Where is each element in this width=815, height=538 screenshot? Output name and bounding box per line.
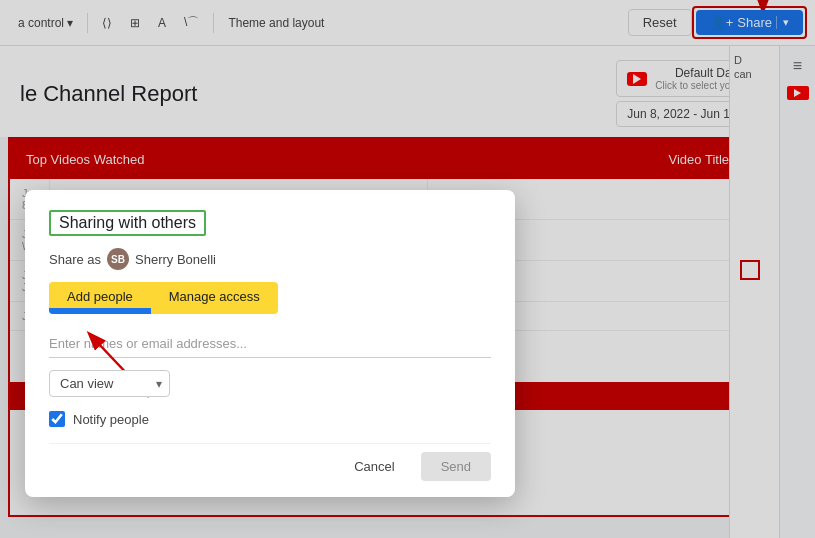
cancel-button[interactable]: Cancel [338,452,410,481]
permission-select-wrapper: Can view Can edit Can comment [49,370,170,397]
email-input-row [49,330,491,358]
tabs-area: Add people Manage access [49,282,278,314]
user-avatar: SB [107,248,129,270]
notify-label: Notify people [73,412,149,427]
dialog-tabs: Add people Manage access [49,282,278,314]
notify-checkbox[interactable] [49,411,65,427]
dialog-title: Sharing with others [49,210,206,236]
tab-add-people[interactable]: Add people [49,282,151,314]
permission-row: Can view Can edit Can comment [49,370,491,397]
share-dialog: Sharing with others Share as SB Sherry B… [25,190,515,497]
dialog-footer: Cancel Send [49,443,491,481]
email-input[interactable] [49,330,491,358]
user-name: Sherry Bonelli [135,252,216,267]
notify-row: Notify people [49,411,491,427]
permission-select[interactable]: Can view Can edit Can comment [49,370,170,397]
tab-manage-access[interactable]: Manage access [151,282,278,314]
send-button[interactable]: Send [421,452,491,481]
share-as-row: Share as SB Sherry Bonelli [49,248,491,270]
